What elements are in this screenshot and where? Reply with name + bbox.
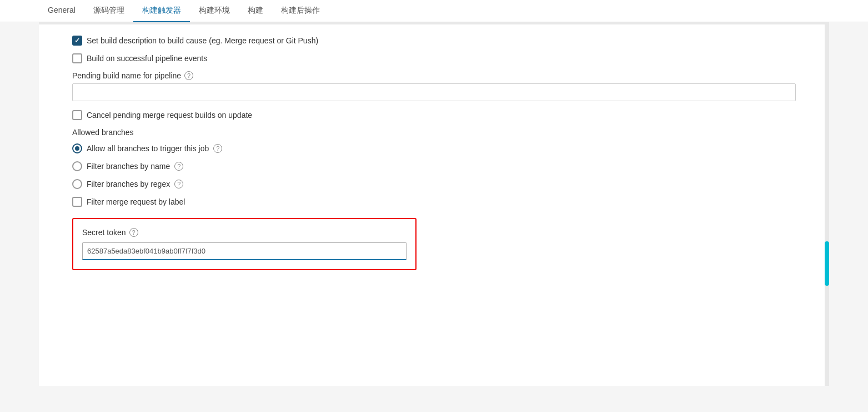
filter-merge-label-text: Filter merge request by label [87,197,185,206]
set-build-desc-label: Set build description to build cause (eg… [87,36,318,45]
radio-filter-regex-label: Filter branches by regex [87,180,170,188]
tab-general[interactable]: General [39,0,84,22]
tab-post[interactable]: 构建后操作 [272,0,329,22]
tab-source[interactable]: 源码管理 [84,0,133,22]
radio-allow-all-label: Allow all branches to trigger this job [87,144,209,153]
scrollbar-thumb[interactable] [825,241,829,286]
secret-token-box: Secret token ? [72,218,417,270]
filter-merge-label-checkbox[interactable] [72,197,82,207]
radio-filter-name[interactable] [72,161,82,171]
radio-filter-name-label: Filter branches by name [87,162,170,171]
secret-token-label: Secret token [82,228,126,237]
radio-filter-regex-row: Filter branches by regex ? [72,179,796,189]
allowed-branches-title: Allowed branches [72,128,796,137]
allowed-branches-section: Allowed branches Allow all branches to t… [72,128,796,207]
filter-name-help-icon[interactable]: ? [174,162,183,171]
tab-trigger[interactable]: 构建触发器 [133,0,190,22]
secret-token-input[interactable] [82,242,407,260]
pending-build-help-icon[interactable]: ? [184,71,193,80]
pending-build-label-row: Pending build name for pipeline ? [72,71,796,80]
pending-build-input[interactable] [72,83,796,101]
set-build-desc-row: Set build description to build cause (eg… [72,36,796,46]
set-build-desc-checkbox[interactable] [72,36,82,46]
radio-allow-all-row: Allow all branches to trigger this job ? [72,143,796,153]
cancel-pending-label: Cancel pending merge request builds on u… [87,111,252,120]
tab-bar: General源码管理构建触发器构建环境构建构建后操作 [0,0,868,22]
build-on-pipeline-label: Build on successful pipeline events [87,54,207,63]
build-on-pipeline-row: Build on successful pipeline events [72,53,796,63]
cancel-pending-row: Cancel pending merge request builds on u… [72,110,796,120]
build-on-pipeline-checkbox[interactable] [72,53,82,63]
radio-allow-all[interactable] [72,143,82,153]
scrollbar[interactable] [825,24,829,386]
pending-build-label: Pending build name for pipeline [72,71,181,80]
filter-regex-help-icon[interactable]: ? [174,180,183,188]
radio-filter-regex[interactable] [72,179,82,189]
secret-token-label-row: Secret token ? [82,228,407,237]
pending-build-section: Pending build name for pipeline ? [72,71,796,101]
filter-merge-label-row: Filter merge request by label [72,197,796,207]
tab-env[interactable]: 构建环境 [190,0,239,22]
allow-all-help-icon[interactable]: ? [213,144,222,153]
cancel-pending-checkbox[interactable] [72,110,82,120]
radio-filter-name-row: Filter branches by name ? [72,161,796,171]
content-area: Set build description to build cause (eg… [39,24,829,386]
tab-build[interactable]: 构建 [239,0,272,22]
secret-token-help-icon[interactable]: ? [129,228,138,237]
